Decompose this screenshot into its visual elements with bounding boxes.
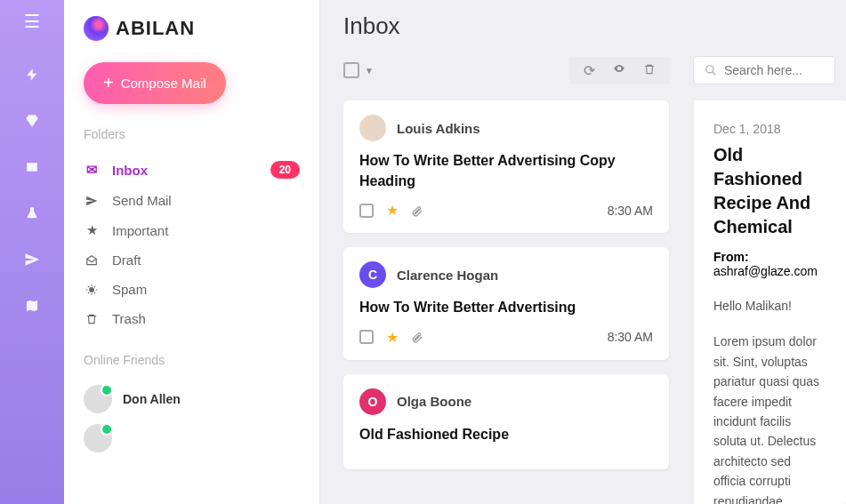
avatar — [84, 385, 112, 413]
attachment-icon[interactable] — [411, 331, 423, 343]
mail-card[interactable]: O Olga Boone Old Fashioned Recipe — [343, 374, 669, 469]
mail-sender: Clarence Hogan — [397, 268, 498, 283]
folder-label: Inbox — [112, 163, 148, 178]
star-icon[interactable]: ★ — [386, 202, 399, 219]
detail-paragraph: Hello Malikan! — [713, 296, 826, 316]
svg-point-0 — [89, 287, 94, 292]
mail-checkbox[interactable] — [359, 204, 374, 218]
folder-inbox[interactable]: ✉ Inbox 20 — [84, 154, 300, 186]
folder-label: Trash — [112, 311, 146, 326]
bolt-icon[interactable] — [14, 64, 50, 85]
attachment-icon[interactable] — [411, 204, 423, 217]
detail-from: From: ashraf@glaze.com — [713, 250, 826, 278]
mail-time: 8:30 AM — [608, 204, 653, 218]
envelope-icon[interactable] — [14, 156, 50, 178]
bug-icon — [84, 284, 100, 296]
folder-important[interactable]: ★ Important — [84, 215, 300, 245]
mail-subject: Old Fashioned Recipe — [359, 424, 653, 444]
mail-checkbox[interactable] — [359, 330, 374, 344]
hamburger-icon[interactable]: ☰ — [24, 11, 40, 32]
brand: ABILAN — [84, 16, 300, 41]
mail-time: 8:30 AM — [608, 330, 653, 344]
folder-send-mail[interactable]: Send Mail — [84, 186, 300, 215]
from-value: ashraf@glaze.com — [713, 264, 818, 278]
send-icon[interactable] — [14, 249, 50, 270]
avatar: C — [359, 261, 386, 288]
select-all-checkbox[interactable] — [343, 62, 359, 78]
folders-heading: Folders — [84, 127, 300, 141]
friend-name: Don Allen — [123, 392, 181, 406]
compose-label: Compose Mail — [121, 76, 206, 91]
folder-label: Important — [112, 223, 168, 238]
mail-card[interactable]: Louis Adkins How To Write Better Adverti… — [343, 100, 669, 233]
folder-label: Spam — [112, 282, 147, 297]
friends-heading: Online Friends — [84, 353, 300, 367]
detail-paragraph: Lorem ipsum dolor sit. Sint, voluptas pa… — [713, 332, 826, 504]
star-icon[interactable]: ★ — [386, 329, 399, 346]
envelope-icon: ✉ — [84, 162, 100, 178]
envelope-open-icon — [84, 254, 100, 267]
avatar — [84, 424, 112, 452]
brand-logo — [84, 16, 109, 41]
mail-subject: How To Write Better Advertising Copy Hea… — [359, 150, 653, 191]
friend-item[interactable] — [84, 419, 300, 458]
trash-icon — [84, 313, 100, 325]
eye-icon[interactable] — [611, 62, 627, 79]
sidebar: ABILAN + Compose Mail Folders ✉ Inbox 20… — [64, 0, 320, 504]
inbox-badge: 20 — [270, 161, 300, 179]
brand-name: ABILAN — [116, 17, 195, 40]
folder-trash[interactable]: Trash — [84, 304, 300, 333]
map-icon[interactable] — [14, 295, 50, 316]
star-icon: ★ — [84, 222, 100, 238]
plus-icon: + — [103, 73, 114, 93]
toolbar: ▼ ⟳ — [343, 56, 846, 84]
mail-detail: Dec 1, 2018 Old Fashioned Recipe And Che… — [690, 100, 846, 504]
nav-rail: ☰ — [0, 0, 64, 504]
mail-sender: Olga Boone — [397, 394, 471, 409]
search-icon — [705, 64, 717, 76]
mail-list: Louis Adkins How To Write Better Adverti… — [343, 100, 673, 504]
chevron-down-icon[interactable]: ▼ — [365, 66, 374, 76]
detail-body: Hello Malikan! Lorem ipsum dolor sit. Si… — [713, 296, 826, 504]
trash-icon[interactable] — [643, 62, 656, 79]
page-title: Inbox — [343, 12, 846, 40]
mail-card[interactable]: C Clarence Hogan How To Write Better Adv… — [343, 247, 669, 359]
online-friends: Online Friends Don Allen — [84, 353, 300, 458]
svg-point-1 — [706, 66, 713, 73]
mail-sender: Louis Adkins — [397, 121, 480, 136]
avatar — [359, 115, 386, 141]
search-box[interactable] — [693, 56, 835, 84]
avatar: O — [359, 388, 386, 415]
from-label: From: — [713, 250, 749, 264]
detail-date: Dec 1, 2018 — [713, 122, 826, 136]
mail-subject: How To Write Better Advertising — [359, 297, 653, 317]
detail-title: Old Fashioned Recipe And Chemical — [713, 143, 826, 239]
folder-draft[interactable]: Draft — [84, 245, 300, 275]
search-input[interactable] — [724, 63, 824, 77]
compose-button[interactable]: + Compose Mail — [84, 62, 226, 104]
flask-icon[interactable] — [14, 203, 50, 224]
paper-plane-icon — [84, 195, 100, 207]
folder-spam[interactable]: Spam — [84, 275, 300, 304]
refresh-icon[interactable]: ⟳ — [584, 62, 595, 79]
main-panel: Inbox ▼ ⟳ Louis Adkins How To Write Bett… — [320, 0, 846, 504]
friend-item[interactable]: Don Allen — [84, 380, 300, 419]
diamond-icon[interactable] — [14, 110, 50, 132]
folder-label: Draft — [112, 252, 141, 268]
folder-label: Send Mail — [112, 193, 172, 208]
